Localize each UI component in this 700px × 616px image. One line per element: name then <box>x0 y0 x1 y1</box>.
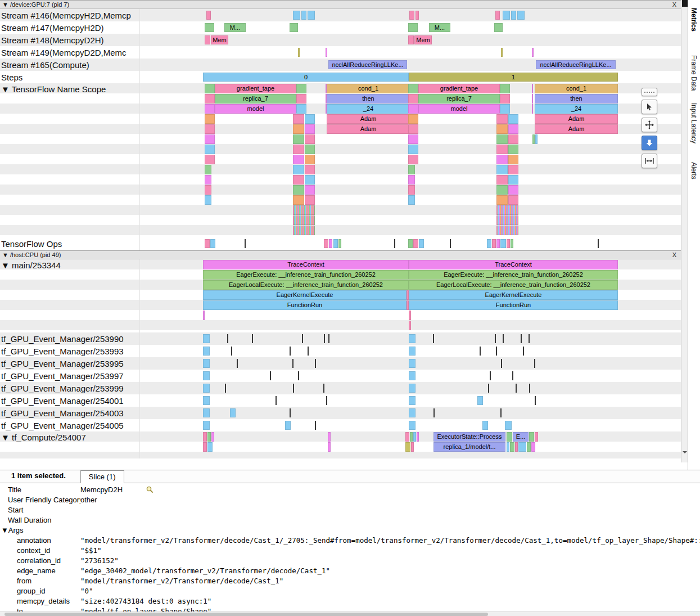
close-cpu-pane-button[interactable]: X <box>672 251 676 258</box>
track-canvas-gem-253990[interactable] <box>139 332 681 345</box>
trace-slice[interactable] <box>482 421 488 430</box>
trace-slice[interactable] <box>433 408 435 417</box>
trace-slice[interactable] <box>205 185 211 195</box>
trace-slice[interactable] <box>507 239 510 248</box>
trace-slice[interactable] <box>409 396 416 405</box>
trace-slice[interactable] <box>305 195 315 205</box>
trace-slice[interactable] <box>293 226 315 235</box>
trace-slice[interactable] <box>203 347 210 356</box>
trace-slice[interactable] <box>324 334 325 343</box>
trace-slice[interactable] <box>285 421 291 430</box>
trace-slice[interactable] <box>203 432 207 442</box>
trace-slice[interactable] <box>507 432 512 442</box>
trace-slice[interactable] <box>496 205 518 215</box>
trace-slice[interactable] <box>203 334 210 343</box>
trace-slice[interactable] <box>496 155 508 164</box>
trace-slice[interactable] <box>293 124 304 134</box>
track-label-gem-253993[interactable]: tf_GPU_Event_Manager/253993 <box>0 345 139 357</box>
trace-slice[interactable] <box>298 371 299 380</box>
trace-slice[interactable] <box>328 432 331 442</box>
trace-slice[interactable] <box>535 396 536 405</box>
trace-slice[interactable] <box>293 215 315 225</box>
trace-slice[interactable] <box>293 205 315 215</box>
track-label-gem-253990[interactable]: tf_GPU_Event_Manager/253990 <box>0 332 139 345</box>
trace-slice[interactable] <box>532 48 534 57</box>
slice-24[interactable]: _24 <box>327 104 410 114</box>
trace-slice[interactable] <box>508 134 518 144</box>
trace-slice[interactable] <box>408 84 418 93</box>
trace-slice[interactable] <box>598 239 599 248</box>
slice-then[interactable]: then <box>535 94 618 104</box>
trace-slice[interactable] <box>496 347 497 356</box>
pan-tool-button[interactable] <box>642 118 657 132</box>
trace-slice[interactable] <box>205 134 215 144</box>
slice-tracecontext[interactable]: TraceContext <box>409 260 618 269</box>
trace-slice[interactable] <box>487 239 491 248</box>
track-canvas-stream-148[interactable]: MemMem <box>139 34 681 46</box>
side-tab-alerts[interactable]: Alerts <box>690 162 698 179</box>
trace-slice[interactable] <box>326 396 327 405</box>
trace-slice[interactable] <box>480 347 481 356</box>
trace-slice[interactable] <box>496 134 508 144</box>
trace-slice[interactable] <box>203 396 210 405</box>
trace-slice[interactable] <box>296 84 306 93</box>
trace-slice[interactable] <box>205 104 215 114</box>
trace-slice[interactable] <box>207 432 211 442</box>
trace-slice[interactable] <box>305 155 315 164</box>
trace-slice[interactable] <box>227 334 228 343</box>
trace-slice[interactable] <box>496 114 508 124</box>
trace-slice[interactable] <box>518 442 526 452</box>
trace-slice[interactable] <box>503 334 504 343</box>
trace-slice[interactable] <box>511 11 516 20</box>
trace-slice[interactable] <box>496 215 518 225</box>
track-canvas-stream-146[interactable] <box>139 9 681 21</box>
trace-slice[interactable] <box>534 359 535 368</box>
trace-slice[interactable] <box>492 239 496 248</box>
trace-slice[interactable] <box>230 408 236 417</box>
slice-eagerexecute-inference-train-function-260252[interactable]: EagerExecute: __inference_train_function… <box>203 270 409 280</box>
trace-slice[interactable] <box>296 94 306 104</box>
trace-slice[interactable] <box>205 23 214 32</box>
slice-mem[interactable]: Mem <box>211 35 228 44</box>
trace-slice[interactable] <box>408 114 418 124</box>
trace-slice[interactable] <box>405 432 409 442</box>
trace-slice[interactable] <box>505 421 512 430</box>
trace-slice[interactable] <box>323 384 324 393</box>
slice-eagerlocalexecute-inference-train-function-260252[interactable]: EagerLocalExecute: __inference_train_fun… <box>409 280 618 290</box>
track-label-stream-147[interactable]: Stream #147(MemcpyH2D) <box>0 21 139 34</box>
trace-slice[interactable] <box>508 165 518 174</box>
trace-slice[interactable] <box>409 371 416 380</box>
track-label-main-253344[interactable]: ▼ main/253344 <box>0 259 139 332</box>
trace-slice[interactable] <box>394 239 395 248</box>
trace-slice[interactable] <box>501 48 503 57</box>
trace-slice[interactable] <box>408 175 415 185</box>
track-label-gem-254003[interactable]: tf_GPU_Event_Manager/254003 <box>0 407 139 419</box>
trace-slice[interactable] <box>512 371 513 380</box>
track-canvas-steps[interactable]: 01 <box>139 71 681 83</box>
trace-slice[interactable] <box>293 384 294 393</box>
trace-slice[interactable] <box>411 442 414 452</box>
trace-slice[interactable] <box>203 408 210 417</box>
trace-slice[interactable] <box>409 421 416 430</box>
trace-slice[interactable] <box>205 165 211 174</box>
slice-eagerexecute-inference-train-function-260252[interactable]: EagerExecute: __inference_train_function… <box>409 270 618 280</box>
trace-slice[interactable] <box>529 432 534 442</box>
trace-slice[interactable] <box>405 442 410 452</box>
trace-slice[interactable] <box>305 175 315 185</box>
trace-slice[interactable] <box>329 239 332 248</box>
trace-slice[interactable] <box>293 185 304 195</box>
trace-slice[interactable] <box>205 35 210 44</box>
trace-slice[interactable] <box>308 11 315 20</box>
track-label-name-scope[interactable]: ▼ TensorFlow Name Scope <box>0 83 139 237</box>
track-canvas-gem-253999[interactable] <box>139 382 681 394</box>
trace-slice[interactable] <box>413 239 418 248</box>
trace-slice[interactable] <box>516 384 517 393</box>
trace-slice[interactable] <box>324 239 328 248</box>
trace-slice[interactable] <box>203 421 210 430</box>
trace-slice[interactable] <box>408 134 418 144</box>
trace-slice[interactable] <box>495 11 500 20</box>
track-canvas-gem-254003[interactable] <box>139 407 681 419</box>
trace-slice[interactable] <box>495 334 496 343</box>
zoom-tool-button[interactable] <box>642 136 657 150</box>
trace-slice[interactable] <box>508 114 518 124</box>
